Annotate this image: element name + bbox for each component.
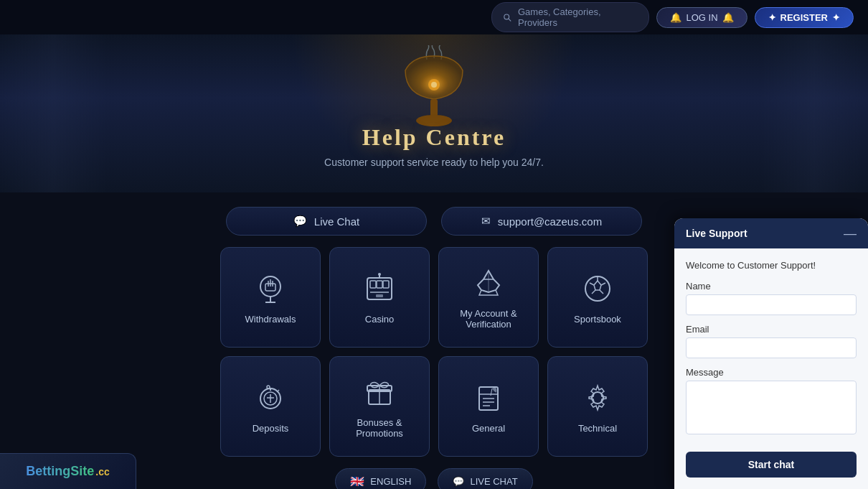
category-general[interactable]: General [438,356,539,457]
minimize-button[interactable]: — [844,227,857,240]
search-icon [502,12,512,22]
category-deposits[interactable]: Deposits [220,356,321,457]
deposits-label: Deposits [253,423,289,434]
hero-subtitle: Customer support service ready to help y… [324,157,544,168]
helmet-icon [471,265,506,301]
bonuses-label: Bonuses & Promotions [337,417,422,439]
technical-label: Technical [578,423,617,434]
bottom-chat-icon: 💬 [453,476,464,487]
login-button[interactable]: 🔔 LOG IN 🔔 [656,7,747,28]
live-chat-button[interactable]: 💬 Live Chat [226,207,427,236]
svg-point-19 [378,273,381,276]
svg-line-24 [601,283,605,285]
star-icon: ✦ [768,12,776,23]
category-technical[interactable]: Technical [547,356,648,457]
name-label: Name [686,281,857,292]
slots-icon [362,271,397,307]
live-support-body: Welcome to Customer Support! Name Email … [674,248,868,489]
svg-line-25 [600,290,603,294]
bell-icon-left: 🔔 [670,12,681,23]
message-label: Message [686,367,857,378]
top-navigation: Games, Categories, Providers 🔔 LOG IN 🔔 … [0,0,868,34]
svg-rect-15 [383,281,389,288]
withdrawals-label: Withdrawals [245,314,296,325]
login-label: LOG IN [686,12,717,23]
chat-icon: 💬 [293,215,307,228]
message-textarea[interactable] [686,381,857,434]
gear-icon [580,380,615,416]
svg-rect-17 [376,294,383,297]
language-label: ENGLISH [370,476,411,487]
start-chat-button[interactable]: Start chat [686,452,857,478]
live-chat-label: Live Chat [314,215,359,228]
soccer-icon [580,271,615,307]
live-support-header: Live Support — [674,218,868,248]
deposit-icon [253,380,288,416]
svg-rect-13 [370,281,376,288]
hero-title: Help Centre [362,124,506,151]
logo-badge[interactable]: BettingSite .cc [0,453,136,489]
message-form-group: Message [686,367,857,437]
flag-icon: 🇬🇧 [350,475,364,488]
email-address-label: support@cazeus.com [498,215,602,228]
book-icon [471,380,506,416]
categories-grid: Withdrawals Casino M [220,247,648,457]
email-form-label: Email [686,324,857,335]
search-placeholder-text: Games, Categories, Providers [518,6,638,28]
svg-point-4 [431,82,437,88]
account-label: My Account & Verification [446,308,531,330]
logo-suffix: .cc [95,466,109,478]
search-bar[interactable]: Games, Categories, Providers [491,2,649,32]
general-label: General [472,423,505,434]
category-withdrawals[interactable]: Withdrawals [220,247,321,348]
email-input[interactable] [686,337,857,358]
category-bonuses[interactable]: Bonuses & Promotions [329,356,430,457]
svg-point-32 [267,386,270,388]
casino-label: Casino [365,314,394,325]
live-support-title: Live Support [686,228,747,239]
star-icon-right: ✦ [832,12,840,23]
wallet-icon [253,271,288,307]
language-button[interactable]: 🇬🇧 ENGLISH [335,468,426,489]
svg-rect-1 [430,99,438,117]
svg-marker-22 [594,281,601,290]
gift-icon [362,374,397,410]
register-label: REGISTER [780,12,828,23]
email-button[interactable]: ✉ support@cazeus.com [441,207,642,236]
name-input[interactable] [686,294,857,315]
email-icon: ✉ [481,215,491,228]
hero-banner: Help Centre Customer support service rea… [0,34,868,192]
svg-line-26 [592,290,595,294]
bottom-live-chat-label: LIVE CHAT [470,476,517,487]
svg-rect-14 [377,281,382,288]
live-support-panel: Live Support — Welcome to Customer Suppo… [674,218,868,489]
category-sportsbook[interactable]: Sportsbook [547,247,648,348]
category-account[interactable]: My Account & Verification [438,247,539,348]
logo: BettingSite .cc [26,464,109,479]
bottom-live-chat-button[interactable]: 💬 LIVE CHAT [438,468,532,489]
svg-line-27 [590,283,594,285]
register-button[interactable]: ✦ REGISTER ✦ [755,7,854,28]
email-form-group: Email [686,324,857,358]
bell-icon-right: 🔔 [722,12,734,23]
name-form-group: Name [686,281,857,315]
sportsbook-label: Sportsbook [574,314,621,325]
category-casino[interactable]: Casino [329,247,430,348]
logo-text-main: BettingSite [26,464,94,479]
welcome-text: Welcome to Customer Support! [686,260,857,271]
